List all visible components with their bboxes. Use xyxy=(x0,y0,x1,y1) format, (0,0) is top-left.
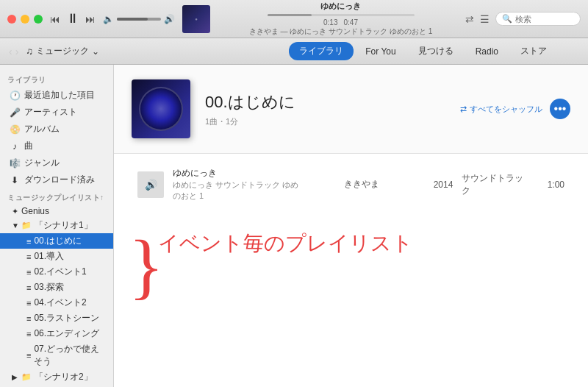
volume-area: 🔈 🔊 xyxy=(103,14,175,24)
sidebar-item-downloaded[interactable]: ⬇ ダウンロード済み xyxy=(1,171,112,188)
main-content: ライブラリ 🕐 最近追加した項目 🎤 アーティスト 📀 アルバム ♪ 曲 🎼 ジ… xyxy=(0,65,588,387)
back-nav-button[interactable]: ‹ xyxy=(9,46,12,57)
playlist-01-icon: ≡ xyxy=(26,252,31,261)
sidebar-playlist-07[interactable]: ≡ 07.どっかで使えそう xyxy=(0,341,113,369)
nav-arrows: ‹ › xyxy=(9,46,18,57)
track-year: 2014 xyxy=(425,180,462,190)
playlist-03-icon: ≡ xyxy=(26,283,31,292)
sidebar-item-artists-label: アーティスト xyxy=(24,106,77,118)
back-button[interactable]: ⏮ xyxy=(50,13,60,25)
volume-slider[interactable] xyxy=(117,18,161,21)
callout-area: } イベント毎のプレイリスト xyxy=(114,215,588,272)
track-list: 🔊 ゆめにっき ゆめにっき サウンドトラック ゆめのおと 1 ききやま 2014… xyxy=(114,154,588,215)
tab-for-you[interactable]: For You xyxy=(355,43,406,60)
sidebar-item-downloaded-label: ダウンロード済み xyxy=(24,174,95,186)
tab-bar: ライブラリ For You 見つける Radio ストア xyxy=(289,42,557,60)
transport-controls: ⏮ ⏸ ⏭ xyxy=(50,11,96,26)
shuffle-button[interactable]: ⇄ すべてをシャッフル xyxy=(460,104,542,115)
tab-store[interactable]: ストア xyxy=(510,42,557,60)
tree-toggle-scenario2: ▶ xyxy=(12,373,19,381)
close-button[interactable] xyxy=(7,15,16,24)
song-time: 0:13 0:47 xyxy=(323,18,358,26)
progress-fill xyxy=(268,14,312,16)
folder-icon: 📁 xyxy=(21,221,32,230)
music-icon: ♫ xyxy=(26,46,33,57)
volume-max-icon: 🔊 xyxy=(164,14,175,24)
library-section-label: ライブラリ xyxy=(0,71,113,87)
sidebar-playlist-00[interactable]: ≡ 00.はじめに xyxy=(0,233,113,249)
callout-brace: } xyxy=(129,230,164,303)
search-input[interactable] xyxy=(515,15,574,24)
tree-toggle-scenario1: ▼ xyxy=(12,221,19,230)
recent-icon: 🕐 xyxy=(9,90,21,101)
genres-icon: 🎼 xyxy=(9,158,21,168)
maximize-button[interactable] xyxy=(34,15,43,24)
list-button[interactable]: ☰ xyxy=(480,13,490,25)
volume-icon: 🔈 xyxy=(103,14,114,24)
sidebar-folder-scenario1[interactable]: ▼ 📁 「シナリオ1」 xyxy=(0,218,113,233)
sidebar-playlist-02-label: 02.イベント1 xyxy=(34,266,86,278)
mini-album-art: ● xyxy=(182,5,210,33)
sidebar-item-albums[interactable]: 📀 アルバム xyxy=(1,121,112,138)
sidebar: ライブラリ 🕐 最近追加した項目 🎤 アーティスト 📀 アルバム ♪ 曲 🎼 ジ… xyxy=(0,65,114,387)
track-artist: ききやま xyxy=(299,178,426,191)
sidebar-item-songs[interactable]: ♪ 曲 xyxy=(1,138,112,155)
table-row[interactable]: 🔊 ゆめにっき ゆめにっき サウンドトラック ゆめのおと 1 ききやま 2014… xyxy=(120,161,582,207)
album-header: 00.はじめに 1曲・1分 ⇄ すべてをシャッフル ••• xyxy=(114,65,588,154)
sidebar-playlist-05-label: 05.ラストシーン xyxy=(34,312,99,324)
title-bar: ⏮ ⏸ ⏭ 🔈 🔊 ● ゆめにっき 0:13 0:47 ききやま — ゆめにっき… xyxy=(0,0,588,38)
shuffle-label: すべてをシャッフル xyxy=(470,104,542,115)
breadcrumb: ♫ ミュージック ⌄ xyxy=(26,45,99,57)
playlist-06-icon: ≡ xyxy=(26,330,31,338)
sidebar-playlist-03[interactable]: ≡ 03.探索 xyxy=(0,280,113,295)
more-icon: ••• xyxy=(554,102,567,116)
sidebar-playlist-01[interactable]: ≡ 01.導入 xyxy=(0,249,113,264)
sidebar-playlist-04[interactable]: ≡ 04.イベント2 xyxy=(0,295,113,310)
artists-icon: 🎤 xyxy=(9,107,21,118)
sidebar-item-genres-label: ジャンル xyxy=(24,157,60,169)
repeat-button[interactable]: ⇄ xyxy=(465,13,474,25)
song-info-center: ゆめにっき 0:13 0:47 ききやま — ゆめにっき サウンドトラック ゆめ… xyxy=(216,1,465,37)
sidebar-item-recent[interactable]: 🕐 最近追加した項目 xyxy=(1,87,112,104)
minimize-button[interactable] xyxy=(21,15,29,24)
speaker-icon: 🔊 xyxy=(145,179,157,191)
track-name: ゆめにっき xyxy=(173,167,299,180)
content-area: 00.はじめに 1曲・1分 ⇄ すべてをシャッフル ••• 🔊 ゆめ xyxy=(114,65,588,387)
right-controls: ⇄ ☰ 🔍 xyxy=(465,12,581,26)
more-button[interactable]: ••• xyxy=(550,99,570,119)
sidebar-item-genius[interactable]: ✦ Genius xyxy=(0,205,113,218)
playlist-04-icon: ≡ xyxy=(26,299,31,308)
sidebar-folder-scenario2-label: 「シナリオ2」 xyxy=(35,371,93,383)
tab-radio[interactable]: Radio xyxy=(465,43,509,60)
track-details: ゆめにっき ゆめにっき サウンドトラック ゆめのおと 1 xyxy=(173,167,299,202)
playlist-00-icon: ≡ xyxy=(26,237,31,246)
pause-button[interactable]: ⏸ xyxy=(66,11,79,26)
sidebar-item-recent-label: 最近追加した項目 xyxy=(24,89,95,102)
album-info: 00.はじめに 1曲・1分 xyxy=(205,91,460,127)
callout-text: イベント毎のプレイリスト xyxy=(158,232,413,255)
sidebar-folder-scenario2[interactable]: ▶ 📁 「シナリオ2」 xyxy=(0,369,113,385)
sidebar-item-albums-label: アルバム xyxy=(24,123,60,135)
search-icon: 🔍 xyxy=(502,14,512,24)
album-title: 00.はじめに xyxy=(205,91,460,113)
track-artwork: 🔊 xyxy=(137,171,164,198)
track-duration: 1:00 xyxy=(528,180,564,190)
download-icon: ⬇ xyxy=(9,175,21,185)
progress-bar[interactable] xyxy=(268,14,415,16)
sidebar-playlist-05[interactable]: ≡ 05.ラストシーン xyxy=(0,310,113,326)
forward-button[interactable]: ⏭ xyxy=(85,13,96,25)
sidebar-playlist-04-label: 04.イベント2 xyxy=(34,297,86,309)
sidebar-playlist-07-label: 07.どっかで使えそう xyxy=(34,343,106,368)
sidebar-item-artists[interactable]: 🎤 アーティスト xyxy=(1,104,112,121)
tab-discover[interactable]: 見つける xyxy=(408,42,464,60)
sidebar-folder-scenario1-label: 「シナリオ1」 xyxy=(35,219,93,232)
breadcrumb-text: ミュージック xyxy=(36,45,89,57)
sidebar-item-genres[interactable]: 🎼 ジャンル xyxy=(1,155,112,171)
songs-icon: ♪ xyxy=(9,141,21,152)
tab-library[interactable]: ライブラリ xyxy=(289,42,354,60)
search-box[interactable]: 🔍 xyxy=(495,12,581,26)
sidebar-playlist-06[interactable]: ≡ 06.エンディング xyxy=(0,326,113,341)
forward-nav-button[interactable]: › xyxy=(15,46,19,57)
sidebar-playlist-02[interactable]: ≡ 02.イベント1 xyxy=(0,264,113,280)
track-sub: ゆめにっき サウンドトラック ゆめのおと 1 xyxy=(173,180,299,202)
